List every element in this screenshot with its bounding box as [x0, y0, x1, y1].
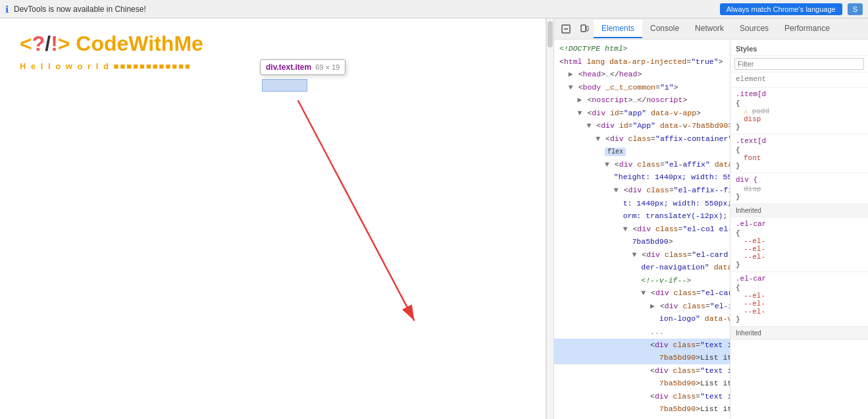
logo-code: CodeWithMe: [70, 32, 203, 55]
dom-tree[interactable]: <!DOCTYPE html> <html lang data-arp-inje…: [554, 40, 730, 419]
dom-line[interactable]: flex: [554, 145, 730, 158]
styles-selector-1: .item[d: [736, 90, 863, 98]
styles-selector-3: div {: [736, 176, 863, 184]
styles-inherited-section-2: .el-car { --el- --el- --el- }: [730, 272, 868, 327]
styles-selector-2: .text[d: [736, 137, 863, 145]
styles-section-3: div { disp }: [730, 173, 868, 204]
styles-selector-inherited-2: .el-car: [736, 275, 863, 283]
dom-line[interactable]: <!--v-if-->: [554, 274, 730, 287]
logo-slash: ?: [32, 32, 45, 55]
styles-prop: --el-: [736, 245, 863, 253]
inherited-label: Inherited: [730, 204, 868, 217]
styles-prop: --el-: [736, 308, 863, 316]
prop-name: disp: [744, 185, 761, 193]
match-language-button[interactable]: Always match Chrome's language: [720, 3, 842, 15]
styles-element-selector: element: [736, 75, 863, 83]
device-icon[interactable]: [575, 20, 594, 38]
styles-prop: --el-: [736, 292, 863, 300]
flex-badge: flex: [605, 148, 626, 156]
dom-line[interactable]: der-navigation" data-v-7ba5bd90>: [554, 261, 730, 274]
tab-console[interactable]: Console: [642, 20, 687, 38]
dom-line[interactable]: ▼ <div class="el-card__body" style>: [554, 287, 730, 300]
dom-line[interactable]: ion-logo" data-v-7ba5bd90>…</div>: [554, 312, 730, 325]
logo-area: <?/!> CodeWithMe: [20, 32, 526, 56]
styles-section-2: .text[d { font }: [730, 134, 868, 173]
highlighted-dom-element: [262, 79, 307, 92]
styles-element-section: element: [730, 72, 868, 88]
tooltip-dimensions: 69 × 19: [315, 63, 340, 71]
tab-performance[interactable]: Performance: [777, 20, 838, 38]
prop-name: disp: [744, 115, 761, 123]
dom-line[interactable]: t: 1440px; width: 550px; top: 20px; tran…: [554, 197, 730, 210]
logo-text: <?/!> CodeWithMe: [20, 32, 203, 56]
devtools-body: <!DOCTYPE html> <html lang data-arp-inje…: [554, 40, 868, 419]
scrollbar-thumb[interactable]: [548, 21, 553, 47]
dom-line[interactable]: <html lang data-arp-injected="true">: [554, 55, 730, 69]
styles-section-1: .item[d { ⚠ padd disp }: [730, 88, 868, 134]
hello-text: H e l l o w o r l d: [20, 61, 114, 71]
tooltip-element-name: div.text.item: [266, 63, 311, 72]
inspect-icon[interactable]: [557, 20, 575, 38]
panel-scrollbar[interactable]: [546, 18, 554, 419]
styles-filter-area: [730, 56, 868, 72]
info-icon: ℹ: [5, 4, 9, 14]
logo-slash2: /: [45, 32, 51, 55]
tab-network[interactable]: Network: [687, 20, 732, 38]
element-tooltip: div.text.item 69 × 19: [260, 59, 345, 75]
styles-prop: ⚠ padd: [736, 107, 863, 115]
dom-line[interactable]: "height: 1440px; width: 550px;">: [554, 171, 730, 184]
dom-line[interactable]: ▶ <noscript>…</noscript>: [554, 94, 730, 107]
dom-line[interactable]: ▼ <div id="app" data-v-app>: [554, 107, 730, 120]
prop-name: padd: [752, 107, 769, 115]
logo-bracket-right: >: [58, 32, 70, 55]
devtools-notification-bar: ℹ DevTools is now available in Chinese! …: [0, 0, 868, 18]
styles-prop: disp: [736, 185, 863, 193]
dom-line[interactable]: <div class="text item" data-v-: [554, 390, 730, 403]
dom-line[interactable]: ▼ <div class="el-affix" data-v-7ba5bd90 …: [554, 158, 730, 171]
dom-line[interactable]: ▼ <div class="el-affix--fixed" style="he…: [554, 184, 730, 197]
styles-prop: font: [736, 154, 863, 162]
notification-text: DevTools is now available in Chinese!: [14, 5, 715, 14]
styles-prop: --el-: [736, 253, 863, 261]
prop-name: font: [744, 154, 761, 162]
dom-line[interactable]: ▼ <div class="el-card is-hover-shadow he…: [554, 248, 730, 262]
dom-line[interactable]: 7ba5bd90>List item 3</div>: [554, 403, 730, 416]
logo-exclaim: !: [51, 32, 58, 55]
devtools-panel: Elements Console Network Sources Perform…: [554, 18, 868, 419]
styles-filter-input[interactable]: [734, 58, 864, 70]
webpage-panel: <?/!> CodeWithMe H e l l o w o r l d ■■■…: [0, 18, 546, 419]
styles-prop: disp: [736, 115, 863, 123]
styles-panel: Styles element .item[d { ⚠ padd disp: [730, 40, 868, 419]
svg-rect-5: [586, 26, 588, 31]
styles-prop: --el-: [736, 237, 863, 245]
tab-sources[interactable]: Sources: [732, 20, 777, 38]
svg-rect-4: [581, 25, 586, 32]
dom-line[interactable]: ▼ <div class="affix-container" data-v-7b…: [554, 132, 730, 146]
styles-prop: --el-: [736, 300, 863, 308]
dom-line[interactable]: ▼ <body _c_t_common="1">: [554, 81, 730, 94]
styles-inherited-section-1: .el-car { --el- --el- --el- }: [730, 217, 868, 272]
dom-line[interactable]: ▼ <div class="el-col el-col-8" data-v-: [554, 223, 730, 236]
dom-selected-line-1[interactable]: <div class="text item" data-v-: [554, 339, 730, 352]
doctype-comment: <!DOCTYPE html>: [559, 44, 628, 53]
styles-panel-header: Styles: [730, 42, 868, 56]
svg-line-1: [298, 100, 415, 321]
logo-bracket-left: <: [20, 32, 32, 55]
dom-line[interactable]: ▶ <div class="el-image header-navigat: [554, 300, 730, 313]
warn-icon: ⚠: [744, 108, 748, 115]
dom-line[interactable]: orm: translateY(-12px); z-index: 100;">: [554, 210, 730, 223]
hash-symbols: ■■■■■■■■■■■■: [114, 61, 191, 71]
dom-line[interactable]: 7ba5bd90>List item 2</div>: [554, 377, 730, 390]
dom-line[interactable]: ▼ <div id="App" data-v-7ba5bd90>: [554, 119, 730, 132]
settings-button[interactable]: S: [848, 3, 863, 15]
dom-selected-line-2[interactable]: 7ba5bd90>List item 1</div> == $0: [554, 351, 730, 364]
dom-line[interactable]: <!DOCTYPE html>: [554, 42, 730, 55]
dom-line[interactable]: ▶ <head>…</head>: [554, 68, 730, 81]
dom-ellipsis-line[interactable]: ...: [554, 325, 730, 339]
dom-line[interactable]: 7ba5bd90>: [554, 235, 730, 248]
dom-line[interactable]: <div class="text item" data-v-: [554, 364, 730, 377]
styles-selector-inherited-1: .el-car: [736, 220, 863, 228]
main-layout: <?/!> CodeWithMe H e l l o w o r l d ■■■…: [0, 18, 868, 419]
dom-line[interactable]: <div class="text item" data-v-: [554, 416, 730, 419]
tab-elements[interactable]: Elements: [594, 20, 642, 38]
